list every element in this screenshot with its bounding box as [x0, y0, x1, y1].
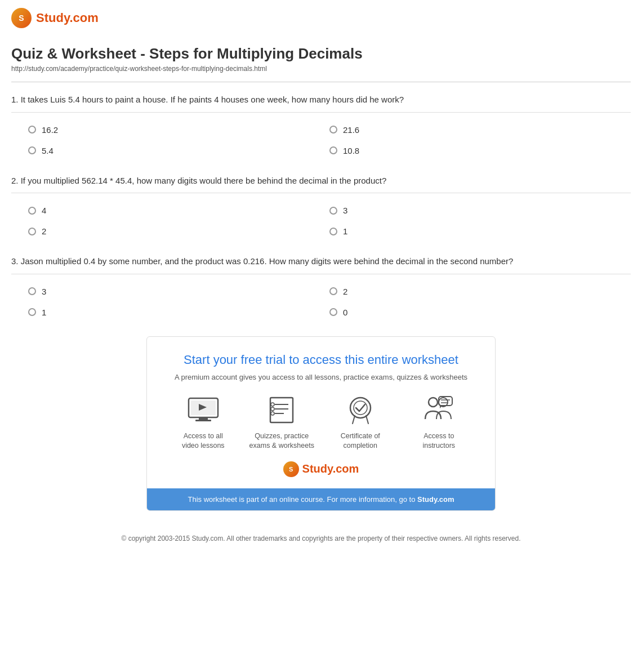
- header: S Study.com: [0, 0, 642, 34]
- radio-q2a2[interactable]: [329, 207, 337, 215]
- question-2-text: 2. If you multiplied 562.14 * 45.4, how …: [11, 175, 631, 188]
- answer-q1a2[interactable]: 21.6: [329, 119, 631, 140]
- feature-certificate-label: Certificate ofcompletion: [327, 431, 394, 451]
- promo-logo-icon: S: [283, 461, 299, 477]
- radio-q3a2[interactable]: [329, 287, 337, 295]
- promo-logo: S Study.com: [164, 461, 478, 477]
- question-1-divider: [11, 112, 631, 113]
- radio-q1a4[interactable]: [329, 146, 337, 154]
- radio-q3a4[interactable]: [329, 308, 337, 316]
- answer-q1a3[interactable]: 5.4: [28, 140, 329, 161]
- radio-q3a1[interactable]: [28, 287, 36, 295]
- answer-q1a1[interactable]: 16.2: [28, 119, 329, 140]
- svg-point-16: [429, 398, 438, 407]
- answer-q2a1[interactable]: 4: [28, 200, 329, 221]
- svg-point-11: [271, 412, 274, 415]
- feature-video-label: Access to allvideo lessons: [170, 431, 237, 451]
- question-3-answers: 3 2 1 0: [11, 281, 631, 323]
- answer-q1a4[interactable]: 10.8: [329, 140, 631, 161]
- radio-q2a1[interactable]: [28, 207, 36, 215]
- question-1-answers: 16.2 21.6 5.4 10.8: [11, 119, 631, 161]
- answer-q3a4[interactable]: 0: [329, 302, 631, 323]
- answer-q3a2[interactable]: 2: [329, 281, 631, 302]
- radio-q1a2[interactable]: [329, 126, 337, 133]
- question-1-text: 1. It takes Luis 5.4 hours to paint a ho…: [11, 94, 631, 106]
- page-title-section: Quiz & Worksheet - Steps for Multiplying…: [0, 34, 642, 76]
- feature-quizzes: Quizzes, practiceexams & worksheets: [243, 395, 322, 451]
- promo-subtitle: A premium account gives you access to al…: [164, 373, 478, 381]
- list-icon: [265, 395, 298, 426]
- svg-line-15: [366, 416, 368, 424]
- answer-q2a3[interactable]: 2: [28, 221, 329, 242]
- radio-q2a4[interactable]: [329, 228, 337, 235]
- svg-rect-4: [195, 420, 211, 421]
- promo-footer-link[interactable]: Study.com: [417, 495, 454, 504]
- svg-point-10: [271, 407, 274, 411]
- video-icon: [186, 395, 220, 426]
- question-1: 1. It takes Luis 5.4 hours to paint a ho…: [11, 94, 631, 161]
- answer-q3a3[interactable]: 1: [28, 302, 329, 323]
- logo[interactable]: S Study.com: [11, 8, 99, 28]
- answer-q2a4[interactable]: 1: [329, 221, 631, 242]
- question-3-divider: [11, 274, 631, 274]
- instructor-icon: [422, 395, 456, 426]
- answer-q2a2[interactable]: 3: [329, 200, 631, 221]
- promo-footer: This worksheet is part of an online cour…: [147, 488, 495, 510]
- quiz-section: 1. It takes Luis 5.4 hours to paint a ho…: [0, 82, 642, 323]
- copyright: © copyright 2003-2015 Study.com. All oth…: [0, 522, 642, 561]
- feature-instructors: Access toinstructors: [400, 395, 479, 451]
- promo-logo-text: Study.com: [302, 462, 359, 475]
- feature-certificate: Certificate ofcompletion: [321, 395, 400, 451]
- answer-q3a1[interactable]: 3: [28, 281, 329, 302]
- question-3-text: 3. Jason multiplied 0.4 by some number, …: [11, 255, 631, 268]
- feature-instructors-label: Access toinstructors: [405, 431, 473, 451]
- logo-text: Study.com: [36, 11, 99, 25]
- question-2-divider: [11, 193, 631, 193]
- svg-line-14: [353, 416, 355, 424]
- promo-title: Start your free trial to access this ent…: [164, 353, 478, 367]
- page-url: http://study.com/academy/practice/quiz-w…: [11, 65, 631, 73]
- radio-q1a1[interactable]: [28, 126, 36, 133]
- promo-inner: Start your free trial to access this ent…: [147, 337, 495, 488]
- badge-icon: [344, 395, 377, 426]
- radio-q2a3[interactable]: [28, 228, 36, 235]
- radio-q1a3[interactable]: [28, 146, 36, 154]
- question-3: 3. Jason multiplied 0.4 by some number, …: [11, 255, 631, 323]
- question-2: 2. If you multiplied 562.14 * 45.4, how …: [11, 175, 631, 242]
- question-2-answers: 4 3 2 1: [11, 200, 631, 242]
- radio-q3a3[interactable]: [28, 308, 36, 316]
- page-title: Quiz & Worksheet - Steps for Multiplying…: [11, 45, 631, 63]
- feature-video: Access to allvideo lessons: [164, 395, 243, 451]
- svg-point-9: [271, 403, 274, 406]
- promo-box: Start your free trial to access this ent…: [146, 336, 496, 511]
- logo-icon: S: [11, 8, 32, 28]
- svg-rect-3: [199, 417, 208, 420]
- promo-features: Access to allvideo lessons: [164, 395, 478, 451]
- feature-quizzes-label: Quizzes, practiceexams & worksheets: [248, 431, 316, 451]
